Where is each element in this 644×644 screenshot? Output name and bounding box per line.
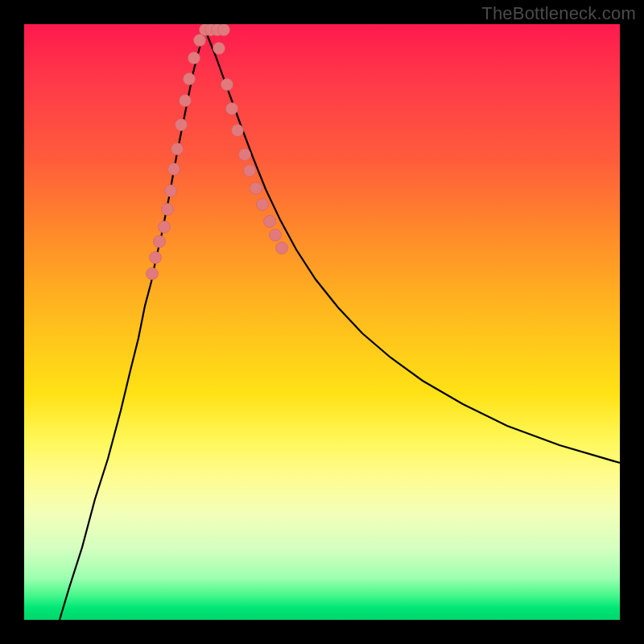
data-point [244,165,256,177]
data-point [270,229,282,242]
data-point [194,35,206,47]
data-point [184,73,196,85]
data-point [159,221,171,233]
data-point [232,125,244,137]
data-point [147,268,159,280]
data-point [213,43,225,55]
data-point [218,24,230,36]
data-point [171,143,184,155]
data-point [264,216,276,228]
data-point [168,163,180,175]
data-point [150,252,162,264]
data-point [175,119,188,131]
data-point [188,52,200,64]
data-point [154,236,166,248]
curve-right-branch [205,31,620,463]
data-point [165,185,177,197]
data-point [276,242,288,254]
chart-frame: TheBottleneck.com [0,0,644,644]
data-point [221,79,233,91]
curve-overlay [24,24,620,620]
data-point [226,103,238,115]
data-point [180,95,192,107]
data-point [257,199,269,211]
data-point [162,204,174,216]
data-point [239,149,251,161]
data-point [250,183,262,195]
watermark-text: TheBottleneck.com [481,3,636,24]
plot-area [24,24,620,620]
